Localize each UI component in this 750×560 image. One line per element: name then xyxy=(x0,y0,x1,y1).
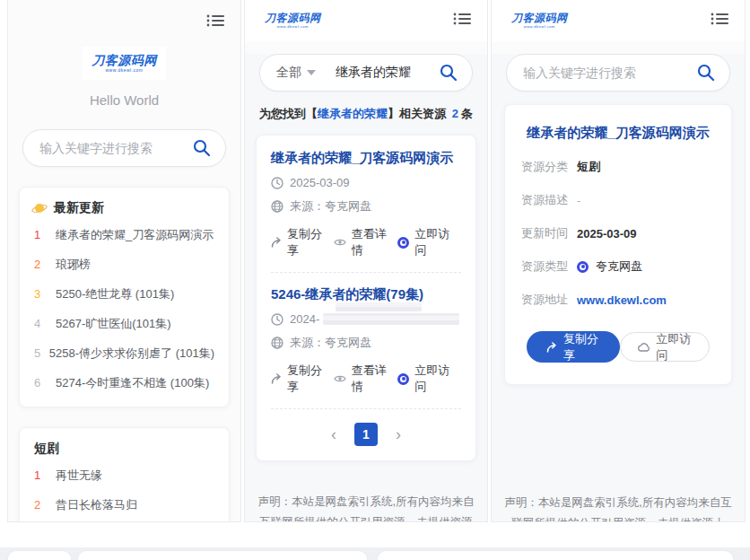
resource-url-link[interactable]: www.dkewl.com xyxy=(577,293,667,307)
redacted-blur xyxy=(323,313,459,325)
panel-resource-detail: 刀客源码网 www.dkewl.com 继承者的荣耀_刀客源码网演示 资源分类 … xyxy=(491,0,746,522)
rank-number: 2 xyxy=(34,498,48,512)
result-summary: 为您找到【继承者的荣耀】相关资源 2条 xyxy=(245,106,487,122)
result-actions: 复制分享 查看详情 立即访问 xyxy=(271,226,461,258)
search-box[interactable] xyxy=(506,54,730,92)
result-title-link[interactable]: 继承者的荣耀_刀客源码网演示 xyxy=(271,150,461,167)
result-source: 来源：夸克网盘 xyxy=(290,335,371,351)
result-item: 5246-继承者的荣耀(79集) 2024- 来源：夸克网盘 xyxy=(271,286,461,395)
rank-number: 1 xyxy=(34,468,48,482)
share-arrow-icon xyxy=(546,342,557,353)
search-results-body: 全部 为您找到【继承者的荣耀】相关资源 2条 继承者的荣耀_刀客源码网演示 xyxy=(245,54,487,522)
disclaimer-text: 声明：本站是网盘索引系统,所有内容均来自互联网所提供的公开引用资源，未提供资源上… xyxy=(245,492,487,522)
list-item[interactable]: 2 昔日长枪落马归 xyxy=(34,490,214,520)
result-source-row: 来源：夸克网盘 xyxy=(271,198,461,214)
view-details-label: 查看详情 xyxy=(352,226,398,258)
rank-number: 1 xyxy=(34,228,48,241)
home-search-input[interactable] xyxy=(39,141,184,155)
search-icon[interactable] xyxy=(193,139,211,161)
rank-number: 4 xyxy=(34,317,48,330)
visit-now-label: 立即访问 xyxy=(656,331,693,363)
latest-updates-card: 最新更新 1 继承者的荣耀_刀客源码网演示 2 琅琊榜 3 5250-绝世龙尊 … xyxy=(19,187,230,407)
site-logo[interactable]: 刀客源码网 www.dkewl.com xyxy=(259,10,327,31)
visit-now-button[interactable]: 立即访问 xyxy=(397,226,461,258)
redacted-blur xyxy=(336,302,422,311)
eye-icon xyxy=(334,237,346,248)
result-title-link[interactable]: 5246-继承者的荣耀(79集) xyxy=(271,286,461,303)
list-item-label: 5267-旷世医仙(101集) xyxy=(56,316,171,332)
disk-type-label: 夸克网盘 xyxy=(596,258,642,275)
logo-text: 刀客源码网 xyxy=(92,54,157,66)
clock-icon xyxy=(271,177,283,189)
menu-icon[interactable] xyxy=(453,11,473,31)
list-item[interactable]: 3 错爱古今 xyxy=(34,520,214,522)
result-source: 来源：夸克网盘 xyxy=(290,198,371,214)
circle-dot-icon xyxy=(397,237,409,249)
category-filter-dropdown[interactable]: 全部 xyxy=(276,65,316,81)
chevron-down-icon xyxy=(307,70,316,75)
field-description: 资源描述 - xyxy=(521,192,715,208)
menu-icon[interactable] xyxy=(711,11,730,31)
pagination: ‹ 1 › xyxy=(271,423,461,446)
site-logo[interactable]: 刀客源码网 www.dkewl.com xyxy=(506,10,573,31)
summary-prefix: 为您找到【 xyxy=(259,107,318,120)
list-item[interactable]: 1 继承者的荣耀_刀客源码网演示 xyxy=(34,220,214,249)
field-updated: 更新时间 2025-03-09 xyxy=(521,225,715,241)
visit-now-button[interactable]: 立即访问 xyxy=(620,332,710,362)
current-page-button[interactable]: 1 xyxy=(354,423,378,446)
visit-now-label: 立即访问 xyxy=(414,363,461,395)
field-value: 夸克网盘 xyxy=(577,258,642,275)
summary-suffix: 条 xyxy=(461,107,473,120)
view-details-button[interactable]: 查看详情 xyxy=(334,226,398,258)
copy-share-button[interactable]: 复制分享 xyxy=(271,226,334,258)
latest-updates-header: 最新更新 xyxy=(34,200,214,216)
search-icon[interactable] xyxy=(440,64,458,85)
search-box[interactable]: 全部 xyxy=(259,54,473,92)
view-details-button[interactable]: 查看详情 xyxy=(334,363,398,395)
partial-card xyxy=(377,550,734,560)
menu-icon[interactable] xyxy=(206,13,226,32)
view-details-label: 查看详情 xyxy=(352,363,398,395)
copy-share-button[interactable]: 复制分享 xyxy=(271,363,334,395)
field-category: 资源分类 短剧 xyxy=(521,159,715,175)
search-query-input[interactable] xyxy=(336,66,431,80)
field-label: 资源分类 xyxy=(521,159,577,175)
result-item: 继承者的荣耀_刀客源码网演示 2025-03-09 来源：夸克网盘 xyxy=(271,150,461,258)
results-card: 继承者的荣耀_刀客源码网演示 2025-03-09 来源：夸克网盘 xyxy=(256,135,476,461)
field-value: - xyxy=(577,194,580,207)
home-search-box[interactable] xyxy=(22,129,226,167)
list-item-label: 5250-绝世龙尊 (101集) xyxy=(56,286,174,302)
list-item[interactable]: 2 琅琊榜 xyxy=(34,249,214,279)
list-item-label: 5274-今时重逢不相逢 (100集) xyxy=(56,375,209,391)
field-label: 更新时间 xyxy=(521,225,577,241)
list-item[interactable]: 4 5267-旷世医仙(101集) xyxy=(34,309,214,338)
site-logo[interactable]: 刀客源码网 www.dkewl.com xyxy=(8,47,240,80)
rank-number: 6 xyxy=(34,376,48,389)
list-item[interactable]: 6 5274-今时重逢不相逢 (100集) xyxy=(34,368,214,398)
copy-share-button[interactable]: 复制分享 xyxy=(527,331,620,363)
screenshot-stage: 刀客源码网 www.dkewl.com Hello World 最新更新 1 继… xyxy=(0,0,750,560)
prev-page-button[interactable]: ‹ xyxy=(327,426,340,442)
list-item-label: 琅琊榜 xyxy=(56,257,91,273)
eye-icon xyxy=(334,373,346,384)
next-page-button[interactable]: › xyxy=(392,426,405,442)
result-source-row: 来源：夸克网盘 xyxy=(271,335,461,351)
visit-now-button[interactable]: 立即访问 xyxy=(397,363,461,395)
share-arrow-icon xyxy=(271,373,282,384)
rank-number: 2 xyxy=(34,258,48,271)
rank-number: 5 xyxy=(34,346,42,360)
panel-search-results: 刀客源码网 www.dkewl.com 全部 为您找到【继承者的荣耀】相关资源 xyxy=(244,0,488,522)
search-input[interactable] xyxy=(523,66,688,80)
field-value: 2025-03-09 xyxy=(577,227,637,241)
list-item[interactable]: 5 5258-傅少求求你别虐了 (101集) xyxy=(34,338,214,368)
divider xyxy=(271,272,461,273)
result-date-row: 2025-03-09 xyxy=(271,176,461,189)
list-item[interactable]: 3 5250-绝世龙尊 (101集) xyxy=(34,279,214,309)
list-item-label: 5258-傅少求求你别虐了 (101集) xyxy=(49,346,214,362)
result-date: 2024- xyxy=(290,312,319,326)
partial-card xyxy=(77,550,368,560)
list-item[interactable]: 1 再世无缘 xyxy=(34,460,214,490)
partial-card xyxy=(7,550,72,560)
search-icon[interactable] xyxy=(697,64,715,85)
resource-detail-card: 继承者的荣耀_刀客源码网演示 资源分类 短剧 资源描述 - 更新时间 2025-… xyxy=(504,104,732,385)
